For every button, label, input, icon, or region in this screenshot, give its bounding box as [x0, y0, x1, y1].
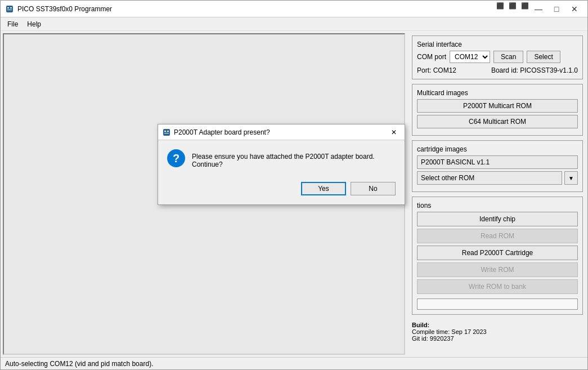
com-port-label: COM port: [417, 53, 446, 61]
dialog-yes-button[interactable]: Yes: [301, 182, 346, 195]
svg-rect-0: [6, 6, 13, 12]
port-info-left: Port: COM12: [417, 66, 456, 74]
title-icon-2: ⬛: [509, 2, 517, 16]
com-port-row: COM port COM12 Scan Select: [417, 51, 578, 63]
port-info: Port: COM12 Board id: PICOSST39-v1.1.0: [417, 66, 578, 74]
build-compile-time: Compile time: Sep 17 2023: [412, 328, 583, 335]
menu-help[interactable]: Help: [23, 19, 46, 29]
identify-chip-button[interactable]: Identify chip: [417, 212, 578, 226]
board-id: Board id: PICOSST39-v1.1.0: [491, 66, 578, 74]
current-rom-label: P2000T BASICNL v1.1: [421, 158, 490, 166]
multicard-section: Multicard images P2000T Multicart ROM C6…: [412, 84, 583, 136]
read-p2000t-button[interactable]: Read P2000T Cartridge: [417, 246, 578, 260]
serial-section: Serial interface COM port COM12 Scan Sel…: [412, 35, 583, 79]
svg-rect-1: [7, 7, 9, 8]
com-port-select[interactable]: COM12: [450, 51, 490, 63]
build-title: Build:: [412, 322, 583, 328]
current-rom-display: P2000T BASICNL v1.1: [417, 155, 578, 169]
title-bar-left: PICO SST39sf0x0 Programmer: [5, 5, 112, 14]
main-window: PICO SST39sf0x0 Programmer ⬛ ⬛ ⬛ — □ ✕ F…: [0, 0, 588, 370]
other-rom-display: Select other ROM: [417, 171, 562, 185]
dialog-close-button[interactable]: ✕: [388, 127, 400, 138]
title-icon-1: ⬛: [496, 2, 504, 16]
ops-section-label: tions: [417, 202, 578, 209]
menu-file[interactable]: File: [3, 19, 23, 29]
dialog-buttons: Yes No: [158, 177, 405, 204]
cartridge-section-label: cartridge images: [417, 145, 578, 153]
dialog-title-bar: P2000T Adapter board present? ✕: [158, 124, 405, 140]
select-button[interactable]: Select: [527, 51, 560, 63]
window-title: PICO SST39sf0x0 Programmer: [17, 5, 112, 13]
minimize-button[interactable]: —: [530, 2, 547, 16]
serial-section-label: Serial interface: [417, 41, 578, 48]
status-message: Auto-selecting COM12 (vid and pid match …: [5, 360, 153, 368]
svg-rect-5: [164, 131, 166, 132]
title-bar: PICO SST39sf0x0 Programmer ⬛ ⬛ ⬛ — □ ✕: [1, 1, 587, 17]
title-icon-3: ⬛: [521, 2, 529, 16]
dialog-overlay: P2000T Adapter board present? ✕ ? Please…: [158, 124, 405, 205]
svg-rect-6: [167, 131, 169, 132]
progress-bar: [417, 298, 578, 310]
other-rom-label: Select other ROM: [421, 174, 474, 182]
dropdown-arrow-icon: ▼: [568, 175, 574, 181]
write-rom-bank-button: Write ROM to bank: [417, 279, 578, 294]
c64-multicart-button[interactable]: C64 Multicart ROM: [417, 115, 578, 128]
multicard-section-label: Multicard images: [417, 89, 578, 97]
build-git-id: Git id: 9920237: [412, 335, 583, 342]
right-panel: Serial interface COM port COM12 Scan Sel…: [407, 31, 587, 357]
svg-rect-7: [164, 133, 169, 133]
maximize-button[interactable]: □: [548, 2, 565, 16]
window-controls: ⬛ ⬛ ⬛ — □ ✕: [496, 2, 583, 16]
app-icon: [5, 5, 14, 14]
svg-rect-4: [163, 129, 170, 136]
dialog-title-icon: [163, 128, 170, 136]
dialog-title-text: P2000T Adapter board present?: [174, 128, 270, 136]
operations-section: tions Identify chip Read ROM Read P2000T…: [412, 197, 583, 315]
svg-rect-3: [7, 10, 12, 10]
menu-bar: File Help: [1, 17, 587, 31]
rom-dropdown-button[interactable]: ▼: [564, 171, 578, 185]
close-button[interactable]: ✕: [566, 2, 583, 16]
build-info: Build: Compile time: Sep 17 2023 Git id:…: [412, 322, 583, 342]
cartridge-section: cartridge images P2000T BASICNL v1.1 Sel…: [412, 140, 583, 192]
rom-select-row: Select other ROM ▼: [417, 171, 578, 185]
scan-button[interactable]: Scan: [493, 51, 523, 63]
dialog-body: ? Please ensure you have attached the P2…: [158, 140, 405, 177]
dialog-message: Please ensure you have attached the P200…: [192, 149, 396, 168]
dialog-title-left: P2000T Adapter board present?: [163, 128, 270, 136]
write-rom-button: Write ROM: [417, 262, 578, 277]
svg-rect-2: [10, 7, 12, 8]
dialog-no-button[interactable]: No: [351, 182, 396, 195]
p2000t-multicart-button[interactable]: P2000T Multicart ROM: [417, 99, 578, 113]
read-rom-button: Read ROM: [417, 229, 578, 243]
status-bar: Auto-selecting COM12 (vid and pid match …: [1, 357, 587, 369]
dialog-question-icon: ?: [167, 149, 185, 167]
title-icons: ⬛ ⬛ ⬛: [496, 2, 529, 16]
